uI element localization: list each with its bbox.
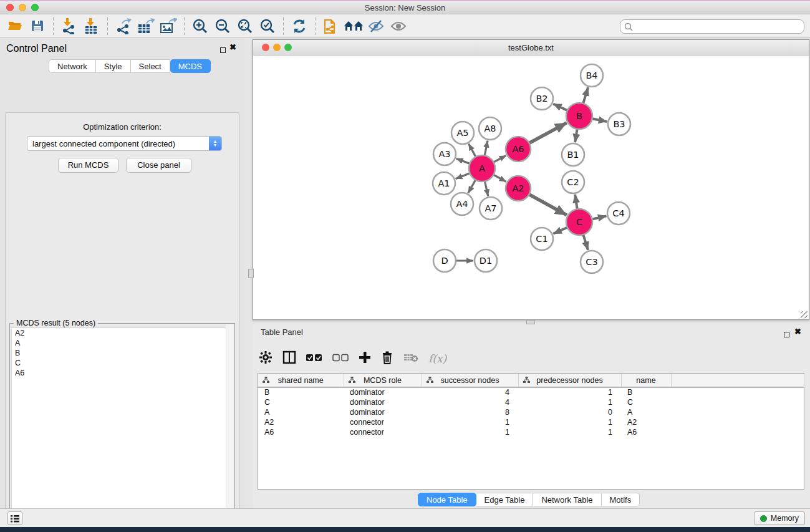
graph-node-C1[interactable]: C1	[531, 228, 553, 250]
table-cell[interactable]: 1	[422, 427, 518, 437]
table-cell[interactable]: 8	[422, 407, 518, 417]
table-cell[interactable]: A2	[258, 417, 344, 427]
table-cell[interactable]: A	[621, 407, 671, 417]
table-cell[interactable]: dominator	[344, 407, 422, 417]
graph-node-A8[interactable]: A8	[479, 117, 501, 140]
close-panel-icon[interactable]: ✖	[229, 44, 236, 50]
window-resize-handle[interactable]	[801, 311, 808, 318]
table-cell[interactable]: C	[621, 397, 671, 407]
tab-select[interactable]: Select	[131, 59, 170, 73]
zoom-selected-icon[interactable]	[256, 16, 279, 37]
refresh-icon[interactable]	[288, 16, 311, 37]
graph-node-B4[interactable]: B4	[581, 64, 603, 87]
tab-node-table[interactable]: Node Table	[418, 493, 476, 506]
mcds-result-item[interactable]: A	[12, 338, 233, 348]
graph-node-B[interactable]: B	[566, 103, 592, 129]
table-cell[interactable]: dominator	[344, 387, 422, 397]
split-columns-icon[interactable]	[282, 351, 296, 367]
new-network-from-file-icon[interactable]	[320, 16, 342, 37]
column-header-MCDS-role[interactable]: MCDS role	[344, 374, 422, 387]
graph-node-B3[interactable]: B3	[608, 113, 630, 135]
network-window-titlebar[interactable]: testGlobe.txt	[253, 40, 809, 56]
tab-motifs[interactable]: Motifs	[602, 493, 640, 506]
graph-node-B1[interactable]: B1	[562, 143, 584, 166]
tab-mcds[interactable]: MCDS	[170, 59, 211, 73]
close-panel-button[interactable]: Close panel	[126, 158, 191, 173]
network-graph[interactable]: B4B2BB3A5A8A6B1A3AC2A1A2A4A7C4CC1DD1C3	[254, 56, 809, 319]
zoom-out-icon[interactable]	[211, 16, 234, 37]
table-cell[interactable]: connector	[344, 417, 422, 427]
tab-style[interactable]: Style	[96, 59, 131, 73]
import-table-icon[interactable]	[80, 16, 103, 37]
graph-node-C2[interactable]: C2	[562, 171, 584, 193]
table-cell[interactable]: 1	[518, 427, 621, 437]
export-image-icon[interactable]	[157, 16, 180, 37]
column-header-shared-name[interactable]: shared name	[258, 374, 344, 387]
save-session-icon[interactable]	[26, 16, 49, 37]
float-panel-icon[interactable]	[220, 44, 226, 56]
graph-node-C[interactable]: C	[566, 209, 592, 235]
graph-node-A3[interactable]: A3	[433, 143, 456, 165]
table-cell[interactable]: connector	[344, 427, 422, 437]
mcds-result-item[interactable]: A2	[12, 328, 233, 338]
search-input[interactable]	[633, 21, 804, 32]
mcds-result-list[interactable]: A2ABCA6	[11, 327, 233, 532]
table-cell[interactable]: A2	[621, 417, 671, 427]
criterion-select[interactable]: largest connected component (directed) ▲…	[27, 136, 222, 151]
add-column-icon[interactable]	[359, 351, 371, 366]
graph-node-D1[interactable]: D1	[475, 249, 497, 272]
export-table-icon[interactable]	[135, 16, 157, 37]
import-network-icon[interactable]	[58, 16, 80, 37]
graph-node-D[interactable]: D	[433, 249, 456, 272]
graph-node-A[interactable]: A	[469, 155, 495, 181]
column-header-predecessor-nodes[interactable]: predecessor nodes	[518, 374, 621, 387]
graph-node-A4[interactable]: A4	[451, 193, 473, 215]
mcds-result-item[interactable]: A6	[12, 368, 233, 378]
birds-eye-view-handle[interactable]	[526, 320, 535, 324]
task-history-button[interactable]	[7, 511, 22, 525]
column-header-name[interactable]: name	[621, 374, 671, 387]
table-cell[interactable]: 4	[422, 397, 518, 407]
network-view-window[interactable]: testGlobe.txt B4B2BB3A5A8A6B1A3AC2A1A2A4…	[253, 39, 809, 320]
app-titlebar[interactable]: Session: New Session	[0, 1, 810, 14]
network-canvas[interactable]: B4B2BB3A5A8A6B1A3AC2A1A2A4A7C4CC1DD1C3	[254, 56, 809, 319]
column-header-successor-nodes[interactable]: successor nodes	[422, 374, 518, 387]
home-icon[interactable]	[342, 16, 365, 37]
settings-gear-icon[interactable]	[259, 351, 272, 367]
table-cell[interactable]: B	[621, 387, 671, 397]
table-cell[interactable]: C	[258, 397, 344, 407]
graph-node-A7[interactable]: A7	[480, 197, 502, 220]
select-none-icon[interactable]	[332, 353, 349, 364]
graph-node-A5[interactable]: A5	[451, 122, 474, 144]
show-details-icon[interactable]	[387, 16, 410, 37]
select-all-checked-icon[interactable]	[306, 353, 322, 364]
graph-node-C3[interactable]: C3	[581, 251, 603, 273]
mcds-result-item[interactable]: C	[12, 358, 233, 368]
hide-details-icon[interactable]	[365, 16, 387, 37]
birds-eye-view-handle[interactable]	[248, 269, 254, 278]
open-session-icon[interactable]	[4, 16, 26, 37]
mcds-result-item[interactable]: B	[12, 348, 233, 358]
tab-network[interactable]: Network	[49, 59, 96, 73]
graph-node-A2[interactable]: A2	[506, 176, 531, 201]
tab-edge-table[interactable]: Edge Table	[476, 493, 534, 506]
table-cell[interactable]: 1	[518, 397, 621, 407]
result-scrollbar[interactable]	[226, 324, 234, 532]
search-field[interactable]	[620, 19, 804, 34]
export-network-icon[interactable]	[112, 16, 135, 37]
float-panel-icon[interactable]	[784, 329, 789, 340]
memory-button[interactable]: Memory	[754, 511, 805, 525]
zoom-fit-icon[interactable]	[234, 16, 256, 37]
table-cell[interactable]: 0	[518, 407, 621, 417]
table-cell[interactable]: 1	[518, 417, 621, 427]
run-mcds-button[interactable]: Run MCDS	[58, 158, 118, 173]
table-cell[interactable]: A	[258, 407, 344, 417]
tab-network-table[interactable]: Network Table	[533, 493, 601, 506]
table-cell[interactable]: 1	[422, 417, 518, 427]
zoom-in-icon[interactable]	[189, 16, 211, 37]
table-cell[interactable]: A6	[621, 427, 671, 437]
table-cell[interactable]: 4	[422, 387, 518, 397]
graph-node-C4[interactable]: C4	[607, 202, 630, 225]
table-cell[interactable]: A6	[258, 427, 344, 437]
close-panel-icon[interactable]: ✖	[794, 329, 801, 334]
